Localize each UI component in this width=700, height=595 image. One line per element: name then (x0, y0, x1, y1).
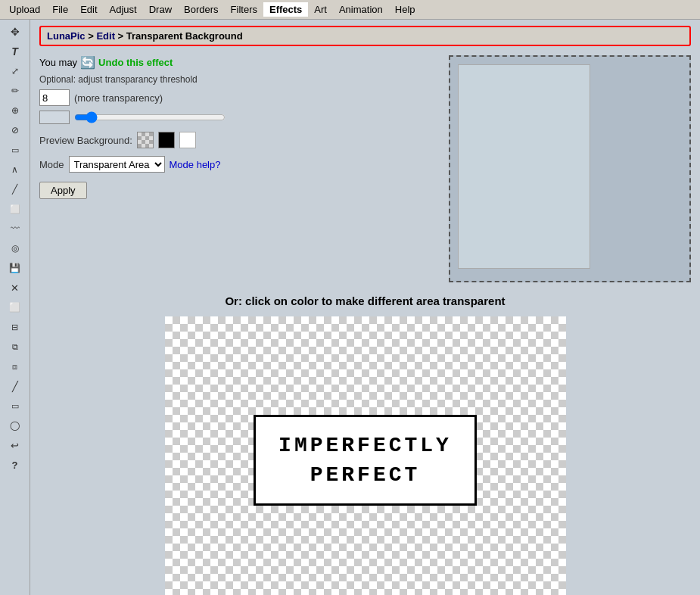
preview-inner-image (458, 64, 590, 269)
swatch-checker[interactable] (137, 132, 154, 148)
tool-ellipse[interactable]: ◯ (5, 416, 26, 435)
mode-row: Mode Transparent Area Solid Area Edge De… (39, 156, 437, 173)
toolbar: ✥ T ⤢ ✏ ⊕ ⊘ ▭ ∧ ╱ ⬜ 〰 ◎ 💾 ✕ ⬜ ⊟ ⧉ ⧈ ╱ ▭ … (0, 20, 30, 595)
tool-zoom[interactable]: ⊕ (5, 101, 26, 120)
tool-brush[interactable]: ∧ (5, 160, 26, 179)
apply-row: Apply (39, 182, 437, 199)
tool-eyedropper[interactable]: ✏ (5, 82, 26, 100)
menu-file[interactable]: File (46, 2, 74, 17)
menubar: Upload File Edit Adjust Draw Borders Fil… (0, 0, 700, 20)
tool-save[interactable]: 💾 (5, 259, 26, 277)
tool-crop[interactable]: ⬜ (5, 298, 26, 316)
preview-bg-row: Preview Background: (39, 132, 437, 148)
tool-stamp[interactable]: ⬜ (5, 200, 26, 218)
breadcrumb: LunaPic > Edit > Transparent Background (39, 26, 691, 46)
canvas-text-line1: IMPERFECTLY (278, 431, 452, 460)
optional-text: Optional: adjust transparancy threshold (39, 74, 437, 85)
tool-eraser[interactable]: ▭ (5, 141, 26, 159)
tool-transform[interactable]: ⤢ (5, 62, 26, 80)
menu-adjust[interactable]: Adjust (104, 2, 143, 17)
menu-borders[interactable]: Borders (178, 2, 225, 17)
tool-print[interactable]: ⊟ (5, 318, 26, 336)
tool-rect[interactable]: ▭ (5, 397, 26, 415)
content-area: LunaPic > Edit > Transparent Background … (30, 20, 700, 595)
main-layout: ✥ T ⤢ ✏ ⊕ ⊘ ▭ ∧ ╱ ⬜ 〰 ◎ 💾 ✕ ⬜ ⊟ ⧉ ⧈ ╱ ▭ … (0, 20, 700, 595)
preview-bg-label: Preview Background: (39, 135, 132, 146)
canvas-area[interactable]: IMPERFECTLY PERFECT (165, 316, 566, 595)
menu-upload[interactable]: Upload (3, 2, 46, 17)
mode-label: Mode (39, 159, 64, 170)
canvas-text-line2: PERFECT (278, 460, 452, 490)
undo-line: You may 🔄 Undo this effect (39, 55, 437, 70)
checker-canvas[interactable]: IMPERFECTLY PERFECT (165, 316, 566, 595)
slider-row (39, 111, 437, 124)
undo-icon: 🔄 (80, 55, 95, 70)
tool-smudge[interactable]: 〰 (5, 220, 26, 238)
undo-prefix: You may (39, 57, 77, 68)
menu-animation[interactable]: Animation (333, 2, 389, 17)
left-controls: You may 🔄 Undo this effect Optional: adj… (39, 55, 437, 199)
tool-text[interactable]: T (5, 42, 26, 61)
canvas-text-box: IMPERFECTLY PERFECT (254, 415, 477, 506)
more-transparency-label: (more transparency) (74, 92, 163, 104)
threshold-slider[interactable] (74, 111, 226, 123)
tool-close[interactable]: ✕ (5, 279, 26, 297)
menu-edit[interactable]: Edit (74, 2, 103, 17)
tool-help[interactable]: ? (5, 456, 26, 474)
threshold-input[interactable] (39, 89, 70, 106)
menu-effects[interactable]: Effects (263, 2, 308, 17)
menu-filters[interactable]: Filters (225, 2, 263, 17)
tool-fill[interactable]: ⊘ (5, 121, 26, 139)
preview-image-area (449, 55, 691, 282)
swatch-white[interactable] (179, 132, 196, 148)
menu-help[interactable]: Help (389, 2, 422, 17)
mode-help-link[interactable]: Mode help? (170, 159, 221, 170)
tool-undo[interactable]: ↩ (5, 436, 26, 454)
slider-left-box (39, 111, 70, 124)
tool-pen[interactable]: ╱ (5, 180, 26, 198)
menu-art[interactable]: Art (308, 2, 333, 17)
swatch-black[interactable] (158, 132, 175, 148)
breadcrumb-lunapic[interactable]: LunaPic (47, 30, 86, 42)
menu-draw[interactable]: Draw (143, 2, 178, 17)
tool-dodge[interactable]: ◎ (5, 239, 26, 257)
breadcrumb-sep2: > (118, 30, 126, 42)
controls-panel: You may 🔄 Undo this effect Optional: adj… (39, 55, 691, 282)
undo-link[interactable]: Undo this effect (98, 57, 173, 68)
apply-button[interactable]: Apply (39, 182, 87, 199)
mode-select[interactable]: Transparent Area Solid Area Edge Detecti… (69, 156, 165, 173)
tool-copy[interactable]: ⧉ (5, 338, 26, 356)
breadcrumb-sep1: > (88, 30, 96, 42)
tool-move[interactable]: ✥ (5, 23, 26, 41)
threshold-row: (more transparency) (39, 89, 437, 106)
tool-duplicate[interactable]: ⧈ (5, 357, 26, 375)
tool-line[interactable]: ╱ (5, 377, 26, 395)
breadcrumb-current: Transparent Background (126, 30, 243, 42)
breadcrumb-edit[interactable]: Edit (96, 30, 115, 42)
or-text: Or: click on color to make different are… (39, 294, 691, 307)
